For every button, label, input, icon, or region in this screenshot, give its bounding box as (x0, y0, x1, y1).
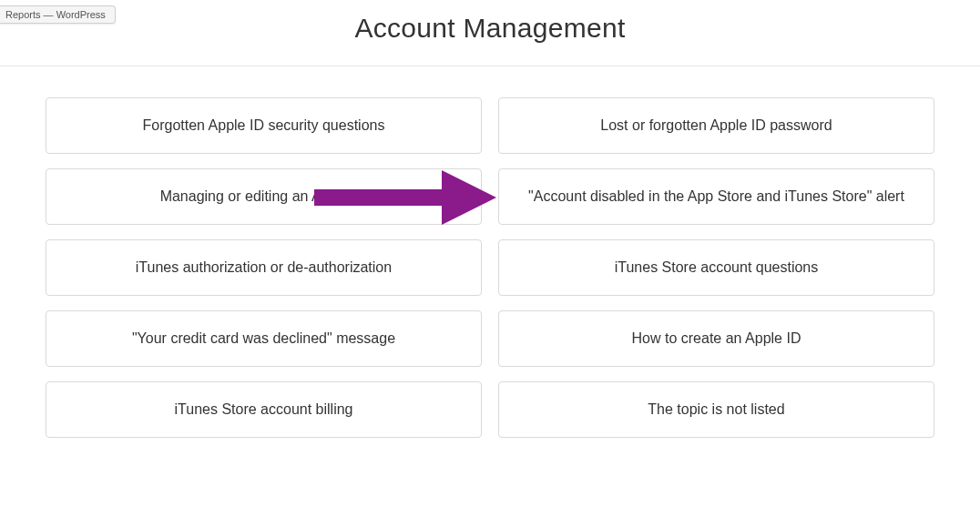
option-label: "Your credit card was declined" message (132, 330, 395, 347)
option-label: Forgotten Apple ID security questions (143, 117, 385, 134)
option-lost-password[interactable]: Lost or forgotten Apple ID password (498, 97, 934, 154)
option-forgotten-security-questions[interactable]: Forgotten Apple ID security questions (46, 97, 482, 154)
option-topic-not-listed[interactable]: The topic is not listed (498, 381, 934, 438)
option-label: iTunes Store account billing (175, 401, 353, 418)
option-label: The topic is not listed (648, 401, 784, 418)
bookmark-tab[interactable]: Reports — WordPress (0, 5, 116, 24)
option-label: iTunes authorization or de-authorization (136, 259, 392, 276)
options-grid: Forgotten Apple ID security questions Lo… (44, 97, 936, 438)
option-itunes-store-questions[interactable]: iTunes Store account questions (498, 239, 934, 296)
option-itunes-billing[interactable]: iTunes Store account billing (46, 381, 482, 438)
option-managing-apple-id[interactable]: Managing or editing an Apple ID (46, 168, 482, 225)
option-label: Managing or editing an Apple ID (160, 188, 368, 205)
page-title: Account Management (0, 13, 980, 44)
option-label: iTunes Store account questions (615, 259, 819, 276)
option-create-apple-id[interactable]: How to create an Apple ID (498, 310, 934, 367)
option-label: "Account disabled in the App Store and i… (528, 188, 904, 205)
option-account-disabled-alert[interactable]: "Account disabled in the App Store and i… (498, 168, 934, 225)
option-credit-card-declined[interactable]: "Your credit card was declined" message (46, 310, 482, 367)
option-label: Lost or forgotten Apple ID password (600, 117, 832, 134)
bookmark-label: Reports — WordPress (5, 9, 106, 20)
option-label: How to create an Apple ID (632, 330, 801, 347)
header-divider (0, 66, 980, 66)
option-itunes-authorization[interactable]: iTunes authorization or de-authorization (46, 239, 482, 296)
